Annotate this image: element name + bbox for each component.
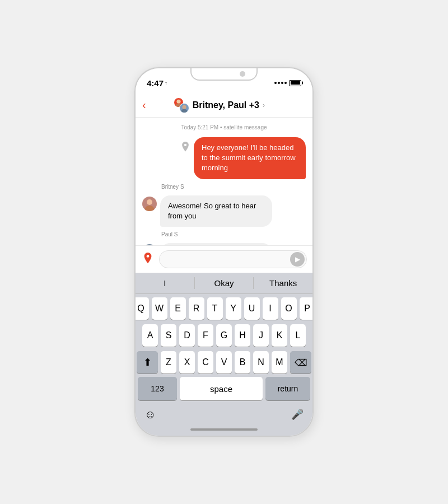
key-m[interactable]: M [272, 351, 287, 374]
key-c[interactable]: C [198, 351, 213, 374]
svg-point-2 [182, 105, 186, 109]
chat-area: Today 5:21 PM • satellite message Hey ev… [136, 118, 312, 245]
message-outgoing-1: Hey everyone! I'll be headed to the summ… [142, 137, 306, 179]
key-u[interactable]: U [244, 297, 260, 320]
bubble-outgoing-1: Hey everyone! I'll be headed to the summ… [194, 137, 306, 179]
nav-title-area[interactable]: Britney, Paul +3 › [151, 97, 288, 113]
nav-title: Britney, Paul +3 [193, 100, 259, 110]
svg-point-3 [181, 109, 187, 113]
emoji-key[interactable]: ☺ [144, 408, 156, 421]
sender-label-paul: Paul S [161, 231, 306, 237]
group-avatar [174, 97, 189, 113]
key-e[interactable]: E [170, 297, 186, 320]
status-bar: 4:47 ↑ [136, 68, 312, 93]
key-z[interactable]: Z [161, 351, 176, 374]
home-bar [190, 428, 258, 431]
keyboard-row-1: Q W E R T Y U I O P [138, 297, 310, 320]
key-x[interactable]: X [179, 351, 195, 374]
key-i[interactable]: I [263, 297, 278, 320]
key-g[interactable]: G [216, 324, 232, 347]
key-s[interactable]: S [161, 324, 176, 347]
key-space[interactable]: space [180, 377, 263, 400]
key-shift[interactable]: ⬆ [137, 351, 158, 374]
key-123[interactable]: 123 [138, 377, 177, 400]
avatar-paul [179, 103, 189, 113]
status-icons [274, 80, 301, 86]
key-o[interactable]: O [281, 297, 297, 320]
signal-icon [274, 82, 287, 84]
key-n[interactable]: N [253, 351, 269, 374]
nav-chevron-icon: › [263, 101, 265, 109]
back-button[interactable]: ‹ [142, 99, 151, 111]
keyboard-bottom-row: 123 space return [136, 377, 312, 405]
key-f[interactable]: F [198, 324, 213, 347]
phone-frame: 4:47 ↑ ‹ [134, 67, 314, 437]
key-v[interactable]: V [216, 351, 232, 374]
key-delete[interactable]: ⌫ [290, 351, 311, 374]
home-indicator [136, 423, 312, 436]
key-j[interactable]: J [253, 324, 269, 347]
key-y[interactable]: Y [226, 297, 241, 320]
avatar-britney-chat [142, 197, 157, 211]
svg-point-4 [184, 144, 186, 146]
keyboard: I Okay Thanks Q W E R T Y U I O P A S [136, 273, 312, 436]
send-button[interactable]: ▶ [290, 252, 305, 267]
key-t[interactable]: T [207, 297, 223, 320]
keyboard-row-3: ⬆ Z X C V B N M ⌫ [138, 351, 310, 374]
key-r[interactable]: R [189, 297, 204, 320]
suggestion-thanks[interactable]: Thanks [254, 277, 312, 289]
location-arrow-icon: ↑ [165, 80, 167, 86]
key-return[interactable]: return [265, 377, 310, 400]
message-input[interactable] [159, 250, 307, 268]
key-d[interactable]: D [179, 324, 195, 347]
key-w[interactable]: W [152, 297, 167, 320]
key-h[interactable]: H [235, 324, 250, 347]
nav-bar: ‹ Britney, Paul +3 › [136, 93, 312, 118]
battery-icon [289, 80, 301, 86]
svg-point-5 [147, 199, 152, 205]
input-wrapper: ▶ [159, 250, 307, 268]
key-q[interactable]: Q [134, 297, 149, 320]
suggestion-i[interactable]: I [136, 277, 195, 289]
keyboard-row-2: A S D F G H J K L [138, 324, 310, 347]
notch [190, 68, 258, 81]
key-b[interactable]: B [235, 351, 250, 374]
message-incoming-britney: Awesome! So great to hear from you [142, 195, 306, 227]
keyboard-rows: Q W E R T Y U I O P A S D F G H J K [136, 294, 312, 377]
keyboard-extra-row: ☺ 🎤 [136, 405, 312, 423]
mic-key[interactable]: 🎤 [291, 408, 304, 421]
send-icon: ▶ [295, 255, 300, 263]
keyboard-suggestions: I Okay Thanks [136, 273, 312, 294]
key-p[interactable]: P [300, 297, 314, 320]
bubble-incoming-britney: Awesome! So great to hear from you [160, 195, 272, 227]
sender-label-britney: Britney S [161, 184, 306, 190]
key-k[interactable]: K [272, 324, 287, 347]
key-a[interactable]: A [142, 324, 158, 347]
svg-point-10 [147, 255, 150, 258]
timestamp-1: Today 5:21 PM • satellite message [142, 124, 306, 130]
suggestion-okay[interactable]: Okay [195, 277, 254, 289]
key-l[interactable]: L [290, 324, 306, 347]
svg-point-0 [176, 99, 180, 103]
status-time: 4:47 ↑ [147, 78, 167, 88]
input-bar: ▶ [136, 245, 312, 273]
svg-point-6 [145, 206, 154, 211]
location-button[interactable] [141, 253, 155, 266]
location-pin-icon-1 [180, 142, 190, 154]
